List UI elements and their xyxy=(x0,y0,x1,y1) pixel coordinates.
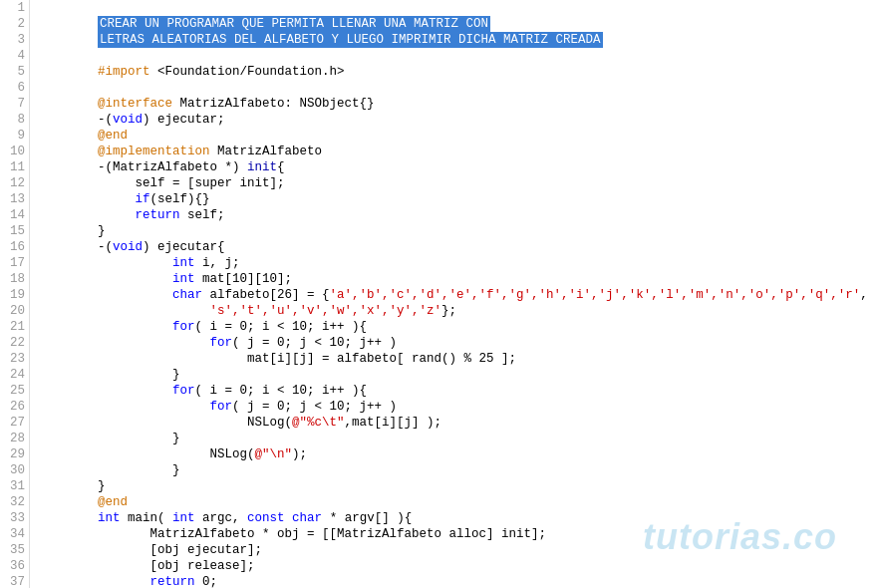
line-num-25: 25 xyxy=(4,383,25,399)
kw-void-2: void xyxy=(113,240,143,254)
line-num-29: 29 xyxy=(4,446,25,462)
indent-22 xyxy=(98,352,247,366)
line-num-30: 30 xyxy=(4,462,25,478)
line-num-16: 16 xyxy=(4,239,25,255)
for1-body: ( i = 0; i < 10; i++ ){ xyxy=(195,320,368,334)
line-num-31: 31 xyxy=(4,478,25,494)
line-num-18: 18 xyxy=(4,271,25,287)
kw-const: const xyxy=(247,511,285,525)
line-num-15: 15 xyxy=(4,223,25,239)
indent-35: [obj release]; xyxy=(98,559,255,573)
line-num-37: 37 xyxy=(4,574,25,588)
kw-int-1: int xyxy=(172,256,195,270)
indent-29 xyxy=(98,463,172,477)
indent-21 xyxy=(98,336,210,350)
code-area: 1 2 3 4 5 6 7 8 9 10 11 12 13 14 15 16 1… xyxy=(0,0,877,588)
indent-18 xyxy=(98,288,172,302)
at-interface: @interface xyxy=(98,97,172,111)
mat-decl: mat[10][10]; xyxy=(195,272,293,286)
indent-23 xyxy=(98,368,172,382)
line-num-17: 17 xyxy=(4,255,25,271)
for4-body: ( j = 0; j < 10; j++ ) xyxy=(232,400,397,414)
main-decl: main( xyxy=(121,511,173,525)
line-num-26: 26 xyxy=(4,399,25,415)
indent-33: MatrizAlfabeto * obj = [[MatrizAlfabeto … xyxy=(98,527,546,541)
line-num-11: 11 xyxy=(4,159,25,175)
kw-return-1: return xyxy=(136,208,180,222)
kw-for-3: for xyxy=(172,384,195,398)
init-func: init xyxy=(247,160,277,174)
method-ejecutar: ) ejecutar; xyxy=(143,113,225,127)
code-line-4: #import <Foundation/Foundation.h> xyxy=(38,48,877,64)
line-num-9: 9 xyxy=(4,128,25,144)
line-num-33: 33 xyxy=(4,510,25,526)
keyword-import: #import xyxy=(98,65,150,79)
if-indent xyxy=(98,192,136,206)
kw-for-4: for xyxy=(210,400,233,414)
line-num-6: 6 xyxy=(4,80,25,96)
line-num-5: 5 xyxy=(4,64,25,80)
nslog1-fmt: @"%c\t" xyxy=(292,416,345,430)
method-minus: -( xyxy=(98,113,113,127)
line-num-4: 4 xyxy=(4,48,25,64)
char-close: }; xyxy=(441,304,456,318)
for2-body: ( j = 0; j < 10; j++ ) xyxy=(232,336,397,350)
line-num-21: 21 xyxy=(4,319,25,335)
close-brace-1: } xyxy=(98,224,106,238)
close-ejecutar: } xyxy=(98,479,106,493)
line-num-23: 23 xyxy=(4,351,25,367)
ejecutar-decl: -( xyxy=(98,240,113,254)
indent-20 xyxy=(98,320,172,334)
main-argv xyxy=(285,511,293,525)
kw-int-2: int xyxy=(172,272,195,286)
indent-27 xyxy=(98,432,172,445)
code-editor: 1 2 3 4 5 6 7 8 9 10 11 12 13 14 15 16 1… xyxy=(0,0,877,588)
indent-36 xyxy=(98,575,150,588)
class-decl: MatrizAlfabeto: NSObject{} xyxy=(172,97,375,111)
code-line-6: @interface MatrizAlfabeto: NSObject{} xyxy=(38,80,877,96)
nslog2-close: ); xyxy=(292,447,307,461)
mat-assign: mat[i][j] = alfabeto[ rand() % 25 ]; xyxy=(247,352,516,366)
kw-for-1: for xyxy=(172,320,195,334)
self-assign: self = [super init]; xyxy=(98,176,285,190)
impl-classname: MatrizAlfabeto xyxy=(210,145,323,158)
at-end-1: @end xyxy=(98,129,128,143)
return-self: self; xyxy=(180,208,225,222)
line-num-32: 32 xyxy=(4,494,25,510)
line-num-28: 28 xyxy=(4,431,25,446)
line-num-22: 22 xyxy=(4,335,25,351)
close-inner-brace: } xyxy=(172,463,180,477)
line-num-7: 7 xyxy=(4,96,25,112)
indent-19 xyxy=(98,304,210,318)
kw-void-1: void xyxy=(113,113,143,127)
comment-selected-2: LETRAS ALEATORIAS DEL ALFABETO Y LUEGO I… xyxy=(98,32,603,48)
line-num-24: 24 xyxy=(4,367,25,383)
nslog2-fmt: @"\n" xyxy=(255,447,293,461)
close-for-2: } xyxy=(172,432,180,445)
nslog1-args: ,mat[i][j] ); xyxy=(345,416,442,430)
kw-int-main: int xyxy=(98,511,121,525)
indent-25 xyxy=(98,400,210,414)
indent-16 xyxy=(98,256,172,270)
at-implementation: @implementation xyxy=(98,145,210,158)
nslog2-call: NSLog( xyxy=(210,447,255,461)
for3-body: ( i = 0; i < 10; i++ ){ xyxy=(195,384,368,398)
if-self: (self){} xyxy=(150,192,210,206)
at-end-2: @end xyxy=(98,495,128,509)
char-vals-2: 's','t','u','v','w','x','y','z' xyxy=(210,304,442,318)
return-indent xyxy=(98,208,136,222)
line-num-1: 1 xyxy=(4,0,25,16)
line-num-36: 36 xyxy=(4,558,25,574)
indent-34: [obj ejecutar]; xyxy=(98,543,262,557)
kw-return-2: return xyxy=(150,575,195,588)
int-vars: i, j; xyxy=(195,256,240,270)
code-line-31: @end xyxy=(38,478,877,494)
nslog1-call: NSLog( xyxy=(247,416,292,430)
line-num-34: 34 xyxy=(4,526,25,542)
line-num-2: 2 xyxy=(4,16,25,32)
code-content: CREAR UN PROGRAMAR QUE PERMITA LLENAR UN… xyxy=(30,0,877,588)
close-for-1: } xyxy=(172,368,180,382)
ejecutar-name: ) ejecutar{ xyxy=(143,240,225,254)
kw-char-2: char xyxy=(292,511,322,525)
line-num-10: 10 xyxy=(4,144,25,159)
